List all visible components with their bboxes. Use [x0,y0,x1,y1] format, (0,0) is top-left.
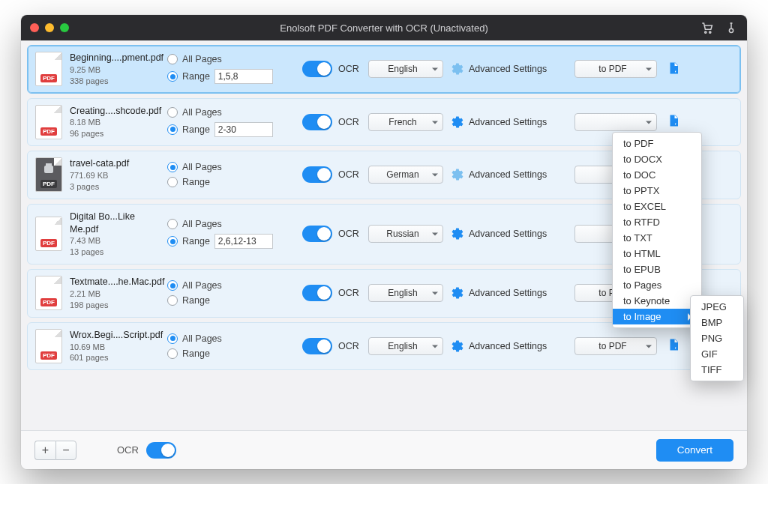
language-select[interactable]: French [368,113,443,131]
range-label: Range [182,348,210,359]
output-settings-icon[interactable] [664,338,682,354]
format-menu-item[interactable]: to PDF [613,136,701,151]
format-menu-item[interactable]: to RTFD [613,214,701,230]
ocr-toggle[interactable] [302,285,332,301]
range-radio[interactable] [167,124,178,135]
gear-icon [451,62,464,76]
all-pages-radio[interactable] [167,333,178,344]
range-radio[interactable] [167,295,178,306]
gear-icon [451,286,464,300]
file-meta: Textmate....he.Mac.pdf 2.21 MB 198 pages [70,276,160,311]
ocr-label: OCR [338,64,359,74]
range-input[interactable] [214,69,273,84]
ocr-toggle[interactable] [302,114,332,130]
language-select[interactable]: English [368,284,443,302]
all-pages-radio[interactable] [167,107,178,118]
advanced-settings-link[interactable]: Advanced Settings [469,288,547,298]
ocr-toggle[interactable] [302,61,332,77]
file-meta: travel-cata.pdf 771.69 KB 3 pages [70,157,160,193]
remove-file-button[interactable]: − [56,441,76,460]
format-menu-item[interactable]: to DOCX [613,151,701,167]
range-radio[interactable] [167,236,178,247]
advanced-settings-link[interactable]: Advanced Settings [469,341,547,351]
file-pages: 13 pages [70,247,160,258]
format-menu-item[interactable]: to DOC [613,167,701,183]
file-meta: Wrox.Begi....Script.pdf 10.69 MB 601 pag… [70,329,160,364]
ocr-toggle[interactable] [302,226,332,242]
file-name: Wrox.Begi....Script.pdf [70,329,160,342]
file-thumbnail: PDF [35,157,62,192]
all-pages-radio[interactable] [167,219,178,229]
ocr-label: OCR [338,117,359,127]
gear-icon [451,115,464,129]
format-menu-item[interactable]: to Keynote [613,293,701,309]
format-menu-item[interactable]: to HTML [613,246,701,262]
file-row[interactable]: PDF Beginning....pment.pdf 9.25 MB 338 p… [27,45,741,94]
advanced-settings-link[interactable]: Advanced Settings [469,117,547,127]
file-pages: 198 pages [70,300,160,311]
range-label: Range [182,177,210,187]
format-select[interactable] [574,113,657,131]
format-menu-item[interactable]: to EXCEL [613,199,701,214]
convert-button[interactable]: Convert [656,439,734,462]
language-select[interactable]: English [368,337,443,355]
global-ocr-toggle[interactable] [146,442,176,459]
file-size: 2.21 MB [70,288,160,300]
all-pages-radio[interactable] [167,54,178,64]
format-submenu-item[interactable]: PNG [691,330,743,346]
format-submenu-item[interactable]: TIFF [691,362,743,378]
format-submenu-item[interactable]: JPEG [691,299,743,315]
advanced-settings-link[interactable]: Advanced Settings [469,64,547,74]
file-size: 9.25 MB [70,64,160,76]
format-select[interactable]: to PDF [574,337,657,355]
file-name: Textmate....he.Mac.pdf [70,276,160,288]
ocr-toggle[interactable] [302,166,332,183]
file-thumbnail: PDF [35,52,62,86]
ocr-label: OCR [338,341,359,351]
range-label: Range [182,124,210,135]
file-size: 7.43 MB [70,235,160,247]
range-radio[interactable] [167,348,178,359]
all-pages-radio[interactable] [167,162,178,172]
format-menu-item[interactable]: to Image [613,309,701,324]
range-input[interactable] [214,122,273,137]
app-window: Enolsoft PDF Converter with OCR (Unactiv… [21,15,747,469]
ocr-toggle[interactable] [302,338,332,354]
output-settings-icon[interactable] [664,114,682,130]
range-radio[interactable] [167,71,178,82]
format-menu-item[interactable]: to PPTX [613,183,701,199]
file-meta: Digital Bo...Like Me.pdf 7.43 MB 13 page… [70,211,160,258]
file-size: 8.18 MB [70,117,160,128]
range-input[interactable] [214,234,273,249]
format-select[interactable]: to PDF [574,60,657,78]
add-file-button[interactable]: + [34,441,56,460]
pdf-badge: PDF [40,239,57,247]
file-name: Creating....shcode.pdf [70,105,160,118]
file-meta: Beginning....pment.pdf 9.25 MB 338 pages [70,52,160,87]
file-row[interactable]: PDF Wrox.Begi....Script.pdf 10.69 MB 601… [27,322,741,371]
bottom-bar: + − OCR Convert [21,430,747,469]
range-label: Range [182,71,210,82]
file-size: 771.69 KB [70,170,160,181]
language-select[interactable]: Russian [368,225,443,243]
language-select[interactable]: English [368,60,443,78]
all-pages-radio[interactable] [167,280,178,291]
advanced-settings-link[interactable]: Advanced Settings [469,229,547,239]
advanced-settings-link[interactable]: Advanced Settings [469,169,547,180]
output-settings-icon[interactable] [664,61,682,77]
all-pages-label: All Pages [182,219,222,229]
range-radio[interactable] [167,177,178,187]
titlebar: Enolsoft PDF Converter with OCR (Unactiv… [21,15,747,40]
ocr-label: OCR [338,169,359,180]
format-menu[interactable]: to PDFto DOCXto DOCto PPTXto EXCELto RTF… [612,132,702,328]
format-submenu-item[interactable]: BMP [691,315,743,330]
format-menu-item[interactable]: to EPUB [613,262,701,277]
file-pages: 338 pages [70,76,160,87]
pdf-badge: PDF [40,298,57,306]
format-submenu-item[interactable]: GIF [691,346,743,362]
language-select[interactable]: German [368,166,443,184]
format-menu-item[interactable]: to Pages [613,277,701,293]
window-title: Enolsoft PDF Converter with OCR (Unactiv… [21,22,747,34]
format-submenu[interactable]: JPEGBMPPNGGIFTIFF [690,295,744,381]
format-menu-item[interactable]: to TXT [613,230,701,246]
